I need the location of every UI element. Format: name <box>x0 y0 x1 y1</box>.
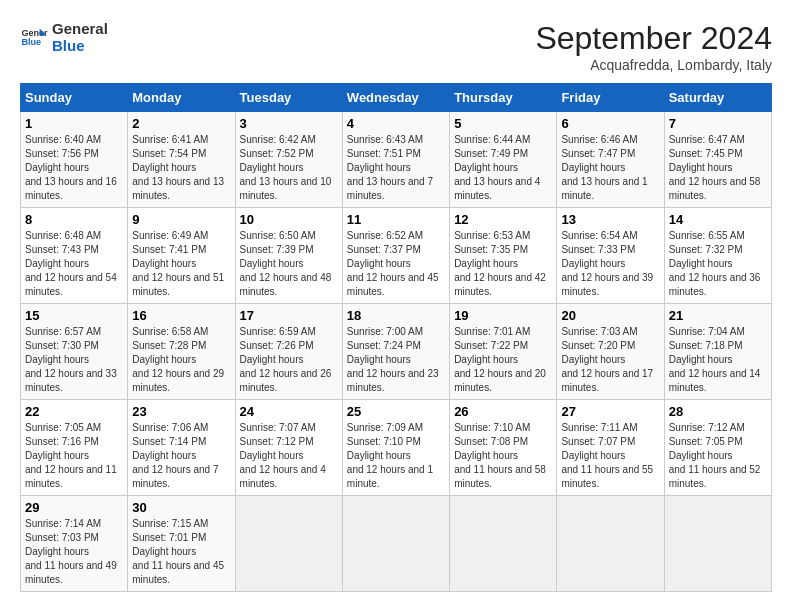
day-info: Sunrise: 6:50 AM Sunset: 7:39 PM Dayligh… <box>240 229 338 299</box>
calendar-table: Sunday Monday Tuesday Wednesday Thursday… <box>20 83 772 592</box>
day-number: 20 <box>561 308 659 323</box>
day-number: 25 <box>347 404 445 419</box>
col-monday: Monday <box>128 84 235 112</box>
calendar-cell: 11 Sunrise: 6:52 AM Sunset: 7:37 PM Dayl… <box>342 208 449 304</box>
day-info: Sunrise: 6:42 AM Sunset: 7:52 PM Dayligh… <box>240 133 338 203</box>
calendar-cell: 30 Sunrise: 7:15 AM Sunset: 7:01 PM Dayl… <box>128 496 235 592</box>
day-number: 29 <box>25 500 123 515</box>
day-number: 10 <box>240 212 338 227</box>
calendar-cell: 8 Sunrise: 6:48 AM Sunset: 7:43 PM Dayli… <box>21 208 128 304</box>
day-number: 21 <box>669 308 767 323</box>
day-info: Sunrise: 6:47 AM Sunset: 7:45 PM Dayligh… <box>669 133 767 203</box>
calendar-cell: 15 Sunrise: 6:57 AM Sunset: 7:30 PM Dayl… <box>21 304 128 400</box>
day-info: Sunrise: 6:57 AM Sunset: 7:30 PM Dayligh… <box>25 325 123 395</box>
day-info: Sunrise: 6:59 AM Sunset: 7:26 PM Dayligh… <box>240 325 338 395</box>
calendar-cell: 13 Sunrise: 6:54 AM Sunset: 7:33 PM Dayl… <box>557 208 664 304</box>
day-number: 2 <box>132 116 230 131</box>
calendar-title: September 2024 <box>535 20 772 57</box>
calendar-cell: 24 Sunrise: 7:07 AM Sunset: 7:12 PM Dayl… <box>235 400 342 496</box>
day-number: 19 <box>454 308 552 323</box>
svg-text:Blue: Blue <box>21 37 41 47</box>
calendar-cell: 12 Sunrise: 6:53 AM Sunset: 7:35 PM Dayl… <box>450 208 557 304</box>
day-number: 17 <box>240 308 338 323</box>
calendar-header: Sunday Monday Tuesday Wednesday Thursday… <box>21 84 772 112</box>
calendar-week-row: 29 Sunrise: 7:14 AM Sunset: 7:03 PM Dayl… <box>21 496 772 592</box>
calendar-cell <box>342 496 449 592</box>
calendar-cell: 7 Sunrise: 6:47 AM Sunset: 7:45 PM Dayli… <box>664 112 771 208</box>
calendar-cell: 16 Sunrise: 6:58 AM Sunset: 7:28 PM Dayl… <box>128 304 235 400</box>
day-info: Sunrise: 6:44 AM Sunset: 7:49 PM Dayligh… <box>454 133 552 203</box>
calendar-cell <box>450 496 557 592</box>
day-number: 26 <box>454 404 552 419</box>
day-info: Sunrise: 6:53 AM Sunset: 7:35 PM Dayligh… <box>454 229 552 299</box>
day-number: 28 <box>669 404 767 419</box>
col-thursday: Thursday <box>450 84 557 112</box>
logo-text: General Blue <box>52 20 108 54</box>
day-info: Sunrise: 6:52 AM Sunset: 7:37 PM Dayligh… <box>347 229 445 299</box>
col-wednesday: Wednesday <box>342 84 449 112</box>
calendar-week-row: 15 Sunrise: 6:57 AM Sunset: 7:30 PM Dayl… <box>21 304 772 400</box>
day-info: Sunrise: 7:14 AM Sunset: 7:03 PM Dayligh… <box>25 517 123 587</box>
calendar-cell: 9 Sunrise: 6:49 AM Sunset: 7:41 PM Dayli… <box>128 208 235 304</box>
day-number: 23 <box>132 404 230 419</box>
day-number: 8 <box>25 212 123 227</box>
calendar-cell <box>557 496 664 592</box>
calendar-cell: 25 Sunrise: 7:09 AM Sunset: 7:10 PM Dayl… <box>342 400 449 496</box>
day-number: 11 <box>347 212 445 227</box>
calendar-cell: 4 Sunrise: 6:43 AM Sunset: 7:51 PM Dayli… <box>342 112 449 208</box>
day-number: 14 <box>669 212 767 227</box>
calendar-cell: 28 Sunrise: 7:12 AM Sunset: 7:05 PM Dayl… <box>664 400 771 496</box>
day-info: Sunrise: 6:54 AM Sunset: 7:33 PM Dayligh… <box>561 229 659 299</box>
col-friday: Friday <box>557 84 664 112</box>
day-number: 15 <box>25 308 123 323</box>
svg-text:General: General <box>21 28 48 38</box>
day-info: Sunrise: 6:58 AM Sunset: 7:28 PM Dayligh… <box>132 325 230 395</box>
day-info: Sunrise: 6:43 AM Sunset: 7:51 PM Dayligh… <box>347 133 445 203</box>
col-saturday: Saturday <box>664 84 771 112</box>
calendar-subtitle: Acquafredda, Lombardy, Italy <box>535 57 772 73</box>
col-sunday: Sunday <box>21 84 128 112</box>
calendar-body: 1 Sunrise: 6:40 AM Sunset: 7:56 PM Dayli… <box>21 112 772 592</box>
day-number: 5 <box>454 116 552 131</box>
day-info: Sunrise: 6:46 AM Sunset: 7:47 PM Dayligh… <box>561 133 659 203</box>
calendar-cell: 14 Sunrise: 6:55 AM Sunset: 7:32 PM Dayl… <box>664 208 771 304</box>
day-number: 3 <box>240 116 338 131</box>
calendar-week-row: 8 Sunrise: 6:48 AM Sunset: 7:43 PM Dayli… <box>21 208 772 304</box>
day-info: Sunrise: 7:01 AM Sunset: 7:22 PM Dayligh… <box>454 325 552 395</box>
day-number: 22 <box>25 404 123 419</box>
day-number: 6 <box>561 116 659 131</box>
calendar-cell: 22 Sunrise: 7:05 AM Sunset: 7:16 PM Dayl… <box>21 400 128 496</box>
day-number: 12 <box>454 212 552 227</box>
col-tuesday: Tuesday <box>235 84 342 112</box>
day-number: 7 <box>669 116 767 131</box>
day-info: Sunrise: 7:04 AM Sunset: 7:18 PM Dayligh… <box>669 325 767 395</box>
calendar-cell: 3 Sunrise: 6:42 AM Sunset: 7:52 PM Dayli… <box>235 112 342 208</box>
calendar-cell: 21 Sunrise: 7:04 AM Sunset: 7:18 PM Dayl… <box>664 304 771 400</box>
logo: General Blue General Blue <box>20 20 108 54</box>
day-info: Sunrise: 7:03 AM Sunset: 7:20 PM Dayligh… <box>561 325 659 395</box>
calendar-cell: 23 Sunrise: 7:06 AM Sunset: 7:14 PM Dayl… <box>128 400 235 496</box>
day-number: 1 <box>25 116 123 131</box>
day-number: 13 <box>561 212 659 227</box>
calendar-cell: 19 Sunrise: 7:01 AM Sunset: 7:22 PM Dayl… <box>450 304 557 400</box>
calendar-cell: 26 Sunrise: 7:10 AM Sunset: 7:08 PM Dayl… <box>450 400 557 496</box>
calendar-cell: 17 Sunrise: 6:59 AM Sunset: 7:26 PM Dayl… <box>235 304 342 400</box>
calendar-cell: 20 Sunrise: 7:03 AM Sunset: 7:20 PM Dayl… <box>557 304 664 400</box>
calendar-cell: 5 Sunrise: 6:44 AM Sunset: 7:49 PM Dayli… <box>450 112 557 208</box>
calendar-cell <box>235 496 342 592</box>
day-info: Sunrise: 7:15 AM Sunset: 7:01 PM Dayligh… <box>132 517 230 587</box>
day-info: Sunrise: 7:10 AM Sunset: 7:08 PM Dayligh… <box>454 421 552 491</box>
header: General Blue General Blue September 2024… <box>20 20 772 73</box>
calendar-week-row: 22 Sunrise: 7:05 AM Sunset: 7:16 PM Dayl… <box>21 400 772 496</box>
calendar-cell <box>664 496 771 592</box>
day-number: 27 <box>561 404 659 419</box>
calendar-cell: 2 Sunrise: 6:41 AM Sunset: 7:54 PM Dayli… <box>128 112 235 208</box>
calendar-cell: 6 Sunrise: 6:46 AM Sunset: 7:47 PM Dayli… <box>557 112 664 208</box>
calendar-cell: 10 Sunrise: 6:50 AM Sunset: 7:39 PM Dayl… <box>235 208 342 304</box>
day-number: 30 <box>132 500 230 515</box>
day-info: Sunrise: 6:49 AM Sunset: 7:41 PM Dayligh… <box>132 229 230 299</box>
calendar-cell: 1 Sunrise: 6:40 AM Sunset: 7:56 PM Dayli… <box>21 112 128 208</box>
day-number: 16 <box>132 308 230 323</box>
calendar-week-row: 1 Sunrise: 6:40 AM Sunset: 7:56 PM Dayli… <box>21 112 772 208</box>
day-info: Sunrise: 7:00 AM Sunset: 7:24 PM Dayligh… <box>347 325 445 395</box>
